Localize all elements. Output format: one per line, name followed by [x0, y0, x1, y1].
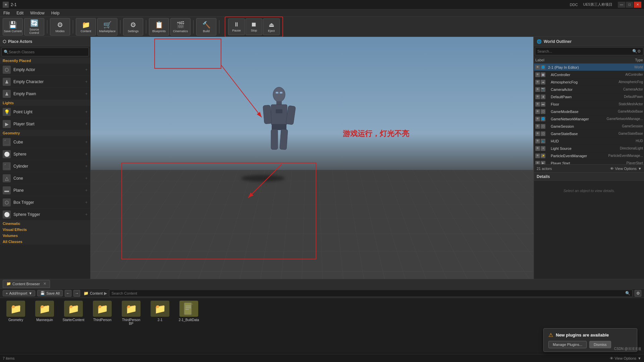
outliner-item-aicontroller[interactable]: 👁 🤖 AIController AIController — [534, 71, 644, 78]
category-cinematic[interactable]: Cinematic — [0, 221, 90, 227]
manage-plugins-button[interactable]: Manage Plugins... — [548, 341, 587, 348]
blueprints-icon: 📋 — [155, 21, 163, 29]
folder-thirdperson[interactable]: 📁 ThirdPerson — [91, 301, 114, 322]
annotation-text: 游戏运行，灯光不亮 — [343, 129, 409, 139]
item-label: 2-1 (Play In Editor) — [548, 65, 633, 69]
menu-window[interactable]: Window — [29, 10, 46, 16]
viewport[interactable]: 游戏运行，灯光不亮 — [91, 37, 533, 279]
menu-file[interactable]: File — [2, 10, 11, 16]
actor-point-light[interactable]: 💡 Point Light + — [0, 106, 90, 118]
actor-cylinder[interactable]: ⬛ Cylinder + — [0, 160, 90, 172]
actor-cube[interactable]: ⬛ Cube + — [0, 136, 90, 148]
toolbar-sep-4 — [146, 20, 146, 34]
minimize-button[interactable]: — — [618, 2, 625, 8]
category-recently-placed[interactable]: Recently Placed — [0, 58, 90, 64]
pause-button[interactable]: ⏸ Pause — [228, 18, 245, 35]
actor-cone[interactable]: △ Cone + — [0, 172, 90, 184]
eject-button[interactable]: ⏏ Eject — [263, 18, 280, 35]
actor-cone-label: Cone — [13, 176, 83, 181]
cb-settings-button[interactable]: ⚙ — [635, 290, 641, 297]
dismiss-button[interactable]: Dismiss — [589, 341, 611, 348]
outliner-item-camera[interactable]: 👁 📷 CameraActor CameraActor — [534, 86, 644, 93]
save-current-button[interactable]: 💾 Save Current — [3, 18, 23, 36]
empty-actor-icon: ⬡ — [3, 66, 11, 74]
outliner-items-list: 👁 🌐 2-1 (Play In Editor) World 👁 🤖 AICon… — [534, 64, 644, 164]
stop-button[interactable]: ⏹ Stop — [246, 18, 262, 35]
details-title: Details — [537, 174, 550, 179]
outliner-col-header: Label Type — [534, 56, 644, 64]
source-control-button[interactable]: 🔄 Source Control — [24, 18, 44, 36]
status-right: 👁 View Options ▼ — [610, 356, 642, 360]
folder-mannequin[interactable]: 📁 Mannequin — [33, 301, 56, 322]
eject-icon: ⏏ — [269, 21, 274, 28]
outliner-item-gamemode[interactable]: 👁 ⬡ GameModeBase GameModeBase — [534, 108, 644, 115]
category-visual-effects[interactable]: Visual Effects — [0, 227, 90, 233]
content-browser-bar: 📁 Content Browser ✕ — [0, 279, 644, 289]
search-input[interactable] — [9, 50, 87, 54]
actor-sphere-trigger-label: Sphere Trigger — [13, 212, 83, 217]
category-geometry[interactable]: Geometry — [0, 130, 90, 136]
close-tab-icon[interactable]: ✕ — [43, 282, 46, 286]
file-2-1-builtdata[interactable]: 2-1_BuiltData — [177, 301, 201, 322]
svg-rect-5 — [272, 124, 286, 130]
blueprints-button[interactable]: 📋 Blueprints — [149, 18, 169, 36]
maximize-button[interactable]: □ — [626, 2, 633, 8]
outliner-item-fog[interactable]: 👁 ☁ AtmosphericFog AtmosphericFog — [534, 78, 644, 86]
actor-empty-pawn[interactable]: ♟ Empty Pawn + — [0, 88, 90, 100]
eye-icon-ai: 👁 — [535, 72, 540, 77]
left-panel: ⬡ Place Actors 🔍 Recently Placed ⬡ Empty… — [0, 37, 91, 279]
menu-help[interactable]: Help — [50, 10, 61, 16]
outliner-view-options-button[interactable]: 👁 View Options ▼ — [610, 167, 642, 171]
save-icon: 💾 — [9, 21, 17, 29]
folder-2-1[interactable]: 📁 2-1 — [148, 301, 172, 322]
outliner-item-lightsource[interactable]: 👁 ☀ Light Source DirectionalLight — [534, 145, 644, 152]
outliner-search-input[interactable] — [537, 49, 632, 53]
toolbar-sep-6 — [219, 20, 219, 34]
folder-startercontent[interactable]: 📁 StarterContent — [62, 301, 85, 322]
category-lights[interactable]: Lights — [0, 100, 90, 106]
view-options-button[interactable]: 👁 View Options ▼ — [610, 356, 642, 360]
build-label: Build — [203, 29, 210, 33]
outliner-item-defaultpawn[interactable]: 👁 ♟ DefaultPawn DefaultPawn — [534, 93, 644, 101]
folder-thirdperson-bp[interactable]: 📁 ThirdPerson BP — [119, 301, 143, 325]
outliner-item-world[interactable]: 👁 🌐 2-1 (Play In Editor) World — [534, 64, 644, 71]
outliner-item-gamestate[interactable]: 👁 ⬡ GameStateBase GameStateBase — [534, 130, 644, 137]
menu-edit[interactable]: Edit — [15, 10, 25, 16]
outliner-item-hud[interactable]: 👁 📺 HUD HUD — [534, 137, 644, 145]
content-browser-tab[interactable]: 📁 Content Browser ✕ — [3, 280, 50, 288]
actor-plus-icon-7: + — [85, 152, 88, 157]
category-volumes[interactable]: Volumes — [0, 233, 90, 239]
eye-view-icon: 👁 — [610, 167, 614, 171]
file-2-1-builtdata-icon — [179, 301, 198, 317]
nav-back-button[interactable]: ← — [65, 290, 71, 297]
cb-search-input[interactable] — [111, 291, 625, 295]
save-all-button[interactable]: 💾 Save All — [37, 290, 63, 296]
actor-player-start[interactable]: ▶ Player Start + — [0, 118, 90, 130]
cinematics-button[interactable]: 🎬 Cinematics — [170, 18, 191, 36]
actor-empty-character[interactable]: ♟ Empty Character + — [0, 76, 90, 88]
nav-forward-button[interactable]: → — [73, 290, 80, 297]
actor-empty-actor[interactable]: ⬡ Empty Actor + — [0, 64, 90, 76]
content-button[interactable]: 📁 Content — [76, 18, 96, 36]
actor-sphere-trigger[interactable]: ⚪ Sphere Trigger + — [0, 208, 90, 221]
content-area: ⬡ Place Actors 🔍 Recently Placed ⬡ Empty… — [0, 37, 644, 279]
actor-box-trigger[interactable]: ⬡ Box Trigger + — [0, 196, 90, 208]
outliner-settings-icon[interactable]: ⚙ — [637, 49, 641, 54]
actor-sphere[interactable]: ⚪ Sphere + — [0, 148, 90, 160]
modes-button[interactable]: ⚙ Modes — [50, 18, 70, 36]
outliner-item-particle[interactable]: 👁 ✨ ParticleEventManager ParticleEventMa… — [534, 152, 644, 160]
svg-rect-1 — [276, 101, 282, 105]
add-import-button[interactable]: + Add/Import ▼ — [3, 290, 35, 296]
outliner-item-floor[interactable]: 👁 ▬ Floor StaticMeshActor — [534, 101, 644, 108]
outliner-item-gamesession[interactable]: 👁 ⬡ GameSession GameSession — [534, 123, 644, 130]
outliner-item-playerstart[interactable]: 👁 ▶ Player Start PlayerStart — [534, 160, 644, 164]
folder-geometry[interactable]: 📁 Geometry — [4, 301, 28, 322]
settings-button[interactable]: ⚙ Settings — [123, 18, 143, 36]
marketplace-button[interactable]: 🛒 Marketplace — [97, 18, 117, 36]
category-all-classes[interactable]: All Classes — [0, 239, 90, 245]
outliner-item-netmanager[interactable]: 👁 🌐 GameNetworkManager GameNetworkManage… — [534, 115, 644, 123]
actor-plane[interactable]: ▬ Plane + — [0, 184, 90, 196]
build-button[interactable]: 🔨 Build — [196, 18, 216, 36]
item-icons-fog: 👁 ☁ — [535, 80, 545, 84]
close-button[interactable]: ✕ — [634, 2, 641, 8]
